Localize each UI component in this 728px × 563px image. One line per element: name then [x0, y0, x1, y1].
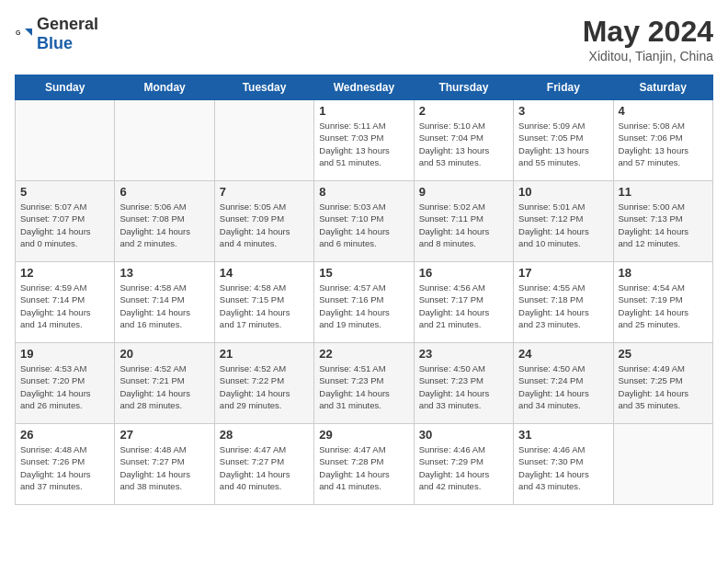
- day-info: Sunrise: 5:03 AMSunset: 7:10 PMDaylight:…: [319, 201, 408, 249]
- day-number: 27: [119, 428, 209, 442]
- calendar-cell: 1Sunrise: 5:11 AMSunset: 7:03 PMDaylight…: [314, 100, 414, 181]
- day-info: Sunrise: 4:58 AMSunset: 7:15 PMDaylight:…: [220, 282, 309, 330]
- calendar-cell: [613, 424, 712, 505]
- location-subtitle: Xiditou, Tianjin, China: [583, 49, 713, 63]
- week-row-2: 5Sunrise: 5:07 AMSunset: 7:07 PMDaylight…: [16, 181, 713, 262]
- day-info: Sunrise: 5:10 AMSunset: 7:04 PMDaylight:…: [419, 120, 508, 168]
- day-number: 10: [518, 185, 608, 199]
- calendar-cell: [214, 100, 313, 181]
- day-info: Sunrise: 5:08 AMSunset: 7:06 PMDaylight:…: [619, 120, 708, 168]
- day-number: 5: [20, 185, 109, 199]
- week-row-5: 26Sunrise: 4:48 AMSunset: 7:26 PMDayligh…: [16, 424, 713, 505]
- day-info: Sunrise: 4:47 AMSunset: 7:27 PMDaylight:…: [220, 443, 309, 492]
- calendar-cell: 27Sunrise: 4:48 AMSunset: 7:27 PMDayligh…: [115, 424, 214, 505]
- calendar-cell: 20Sunrise: 4:52 AMSunset: 7:21 PMDayligh…: [115, 343, 214, 424]
- day-number: 13: [119, 266, 209, 280]
- day-info: Sunrise: 5:02 AMSunset: 7:11 PMDaylight:…: [419, 201, 508, 249]
- svg-marker-1: [25, 29, 32, 36]
- week-row-3: 12Sunrise: 4:59 AMSunset: 7:14 PMDayligh…: [16, 262, 713, 343]
- day-info: Sunrise: 4:48 AMSunset: 7:26 PMDaylight:…: [20, 443, 109, 492]
- day-number: 25: [619, 347, 708, 361]
- calendar-cell: 10Sunrise: 5:01 AMSunset: 7:12 PMDayligh…: [514, 181, 613, 262]
- day-info: Sunrise: 4:46 AMSunset: 7:30 PMDaylight:…: [518, 443, 608, 492]
- calendar-cell: 21Sunrise: 4:52 AMSunset: 7:22 PMDayligh…: [214, 343, 313, 424]
- weekday-header-tuesday: Tuesday: [214, 75, 313, 100]
- calendar-cell: 8Sunrise: 5:03 AMSunset: 7:10 PMDaylight…: [314, 181, 414, 262]
- calendar-cell: 26Sunrise: 4:48 AMSunset: 7:26 PMDayligh…: [16, 424, 115, 505]
- day-number: 2: [419, 104, 508, 118]
- logo-blue-text: Blue: [37, 34, 73, 52]
- week-row-4: 19Sunrise: 4:53 AMSunset: 7:20 PMDayligh…: [16, 343, 713, 424]
- day-info: Sunrise: 5:11 AMSunset: 7:03 PMDaylight:…: [319, 120, 408, 168]
- calendar-cell: 14Sunrise: 4:58 AMSunset: 7:15 PMDayligh…: [214, 262, 313, 343]
- calendar-cell: 3Sunrise: 5:09 AMSunset: 7:05 PMDaylight…: [514, 100, 613, 181]
- calendar-cell: 4Sunrise: 5:08 AMSunset: 7:06 PMDaylight…: [613, 100, 712, 181]
- weekday-header-thursday: Thursday: [414, 75, 513, 100]
- calendar-cell: [115, 100, 214, 181]
- calendar-title: May 2024: [583, 15, 713, 49]
- day-number: 21: [220, 347, 309, 361]
- day-info: Sunrise: 4:58 AMSunset: 7:14 PMDaylight:…: [119, 282, 209, 330]
- weekday-header-row: SundayMondayTuesdayWednesdayThursdayFrid…: [16, 75, 713, 100]
- day-number: 12: [20, 266, 109, 280]
- day-number: 30: [419, 428, 508, 442]
- calendar-cell: 22Sunrise: 4:51 AMSunset: 7:23 PMDayligh…: [314, 343, 414, 424]
- calendar-cell: 31Sunrise: 4:46 AMSunset: 7:30 PMDayligh…: [514, 424, 613, 505]
- day-number: 16: [419, 266, 508, 280]
- day-number: 11: [619, 185, 708, 199]
- weekday-header-friday: Friday: [514, 75, 613, 100]
- calendar-table: SundayMondayTuesdayWednesdayThursdayFrid…: [15, 75, 713, 505]
- day-number: 20: [119, 347, 209, 361]
- day-info: Sunrise: 4:52 AMSunset: 7:22 PMDaylight:…: [220, 362, 309, 411]
- day-info: Sunrise: 4:50 AMSunset: 7:24 PMDaylight:…: [518, 362, 608, 411]
- calendar-cell: 25Sunrise: 4:49 AMSunset: 7:25 PMDayligh…: [613, 343, 712, 424]
- day-number: 29: [319, 428, 408, 442]
- day-info: Sunrise: 4:46 AMSunset: 7:29 PMDaylight:…: [419, 443, 508, 492]
- logo: G General Blue: [15, 15, 98, 53]
- day-info: Sunrise: 4:47 AMSunset: 7:28 PMDaylight:…: [319, 443, 408, 492]
- day-info: Sunrise: 5:05 AMSunset: 7:09 PMDaylight:…: [220, 201, 309, 249]
- calendar-cell: 29Sunrise: 4:47 AMSunset: 7:28 PMDayligh…: [314, 424, 414, 505]
- day-number: 26: [20, 428, 109, 442]
- weekday-header-wednesday: Wednesday: [314, 75, 414, 100]
- day-number: 19: [20, 347, 109, 361]
- calendar-cell: 24Sunrise: 4:50 AMSunset: 7:24 PMDayligh…: [514, 343, 613, 424]
- calendar-cell: [16, 100, 115, 181]
- day-info: Sunrise: 5:00 AMSunset: 7:13 PMDaylight:…: [619, 201, 708, 249]
- day-number: 15: [319, 266, 408, 280]
- logo-general-text: General: [37, 15, 98, 33]
- day-info: Sunrise: 4:49 AMSunset: 7:25 PMDaylight:…: [619, 362, 708, 411]
- calendar-cell: 6Sunrise: 5:06 AMSunset: 7:08 PMDaylight…: [115, 181, 214, 262]
- day-info: Sunrise: 4:55 AMSunset: 7:18 PMDaylight:…: [518, 282, 608, 330]
- day-info: Sunrise: 4:51 AMSunset: 7:23 PMDaylight:…: [319, 362, 408, 411]
- day-number: 24: [518, 347, 608, 361]
- day-info: Sunrise: 4:57 AMSunset: 7:16 PMDaylight:…: [319, 282, 408, 330]
- calendar-cell: 23Sunrise: 4:50 AMSunset: 7:23 PMDayligh…: [414, 343, 513, 424]
- calendar-cell: 9Sunrise: 5:02 AMSunset: 7:11 PMDaylight…: [414, 181, 513, 262]
- day-info: Sunrise: 4:50 AMSunset: 7:23 PMDaylight:…: [419, 362, 508, 411]
- day-info: Sunrise: 5:06 AMSunset: 7:08 PMDaylight:…: [119, 201, 209, 249]
- calendar-cell: 30Sunrise: 4:46 AMSunset: 7:29 PMDayligh…: [414, 424, 513, 505]
- calendar-cell: 2Sunrise: 5:10 AMSunset: 7:04 PMDaylight…: [414, 100, 513, 181]
- day-number: 23: [419, 347, 508, 361]
- calendar-cell: 15Sunrise: 4:57 AMSunset: 7:16 PMDayligh…: [314, 262, 414, 343]
- day-number: 28: [220, 428, 309, 442]
- day-info: Sunrise: 4:56 AMSunset: 7:17 PMDaylight:…: [419, 282, 508, 330]
- day-info: Sunrise: 4:54 AMSunset: 7:19 PMDaylight:…: [619, 282, 708, 330]
- day-info: Sunrise: 4:52 AMSunset: 7:21 PMDaylight:…: [119, 362, 209, 411]
- weekday-header-saturday: Saturday: [613, 75, 712, 100]
- week-row-1: 1Sunrise: 5:11 AMSunset: 7:03 PMDaylight…: [16, 100, 713, 181]
- day-info: Sunrise: 4:48 AMSunset: 7:27 PMDaylight:…: [119, 443, 209, 492]
- calendar-cell: 16Sunrise: 4:56 AMSunset: 7:17 PMDayligh…: [414, 262, 513, 343]
- day-number: 3: [518, 104, 608, 118]
- calendar-cell: 28Sunrise: 4:47 AMSunset: 7:27 PMDayligh…: [214, 424, 313, 505]
- day-number: 8: [319, 185, 408, 199]
- day-number: 6: [119, 185, 209, 199]
- day-number: 17: [518, 266, 608, 280]
- day-number: 1: [319, 104, 408, 118]
- calendar-cell: 17Sunrise: 4:55 AMSunset: 7:18 PMDayligh…: [514, 262, 613, 343]
- calendar-cell: 7Sunrise: 5:05 AMSunset: 7:09 PMDaylight…: [214, 181, 313, 262]
- day-info: Sunrise: 4:53 AMSunset: 7:20 PMDaylight:…: [20, 362, 109, 411]
- weekday-header-sunday: Sunday: [16, 75, 115, 100]
- weekday-header-monday: Monday: [115, 75, 214, 100]
